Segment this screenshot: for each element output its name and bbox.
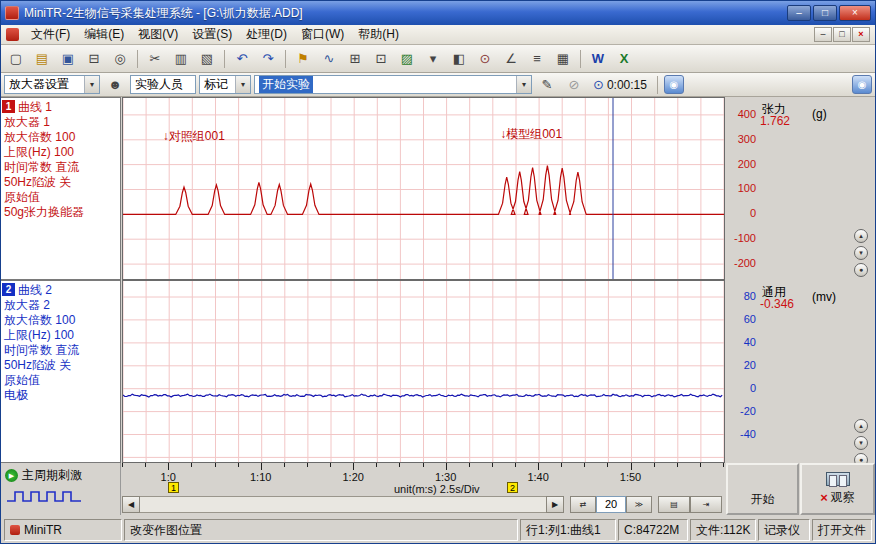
time-tick-minor	[122, 463, 123, 467]
table-tool-button[interactable]: ▦	[551, 48, 575, 70]
status-mode-cell: 记录仪	[758, 519, 810, 541]
save-button[interactable]: ▣	[56, 48, 80, 70]
channel-2-trace	[123, 281, 724, 462]
y-tick-label: 40	[726, 336, 756, 348]
panel-toggle-button[interactable]: ◉	[852, 75, 872, 94]
channel-1-auto-scale-button[interactable]: ●	[854, 263, 868, 277]
maximize-button[interactable]: □	[813, 5, 837, 21]
observe-button[interactable]: × 观察	[800, 463, 875, 515]
stimulus-waveform-icon[interactable]	[5, 488, 116, 507]
scroll-right-button[interactable]: ▶	[546, 496, 564, 513]
time-compress-button[interactable]: ≫	[626, 496, 652, 513]
channel-2-unit: (mv)	[812, 290, 836, 304]
menu-item[interactable]: 帮助(H)	[351, 24, 406, 45]
scroll-left-button[interactable]: ◀	[122, 496, 140, 513]
wave-tool-button[interactable]: ∿	[317, 48, 341, 70]
titlebar[interactable]: MiniTR-2生物信号采集处理系统 - [G:\抓力数据.ADD] – □ ×	[1, 1, 875, 25]
time-tick-minor	[215, 463, 216, 467]
channel-1-scale-up-button[interactable]: ▴	[854, 229, 868, 243]
time-tick-major	[261, 463, 262, 470]
measure-tool-button[interactable]: ∠	[499, 48, 523, 70]
grid-tool-button[interactable]: ⊞	[343, 48, 367, 70]
time-expand-button[interactable]: ⇄	[570, 496, 596, 513]
copy-button[interactable]: ▥	[169, 48, 193, 70]
right-control-strip: ▴▾●▴▾●	[847, 97, 876, 463]
mark-combo[interactable]: 标记 ▾	[199, 75, 251, 94]
cut-button[interactable]: ✂	[143, 48, 167, 70]
mark-erase-button[interactable]: ⊘	[562, 74, 586, 96]
experiment-selected-value: 开始实验	[259, 76, 313, 93]
image-tool-button[interactable]: ▨	[395, 48, 419, 70]
param-line: 放大倍数 100	[4, 130, 118, 145]
param-line: 50Hz陷波 关	[4, 358, 118, 373]
event-marker-2[interactable]: 2	[507, 482, 518, 493]
time-tick-major	[353, 463, 354, 470]
channel-2-scale-down-button[interactable]: ▾	[854, 436, 868, 450]
channel-1-settings-panel[interactable]: 1 曲线 1放大器 1放大倍数 100上限(Hz) 100时间常数 直流50Hz…	[1, 97, 121, 280]
print-button[interactable]: ⊟	[82, 48, 106, 70]
experimenter-button[interactable]: ☻	[103, 74, 127, 96]
mdi-minimize-button[interactable]: –	[814, 27, 832, 42]
event-marker-1[interactable]: 1	[168, 482, 179, 493]
menu-item[interactable]: 文件(F)	[24, 24, 77, 45]
calculator-tool-button[interactable]: ≡	[525, 48, 549, 70]
channel-1-trace: ↓对照组001↓模型组001	[123, 98, 724, 279]
param-line: 曲线 1	[4, 100, 118, 115]
chevron-down-icon[interactable]: ▾	[235, 76, 250, 93]
experimenter-field[interactable]: 实验人员	[130, 75, 196, 94]
amp-settings-combo[interactable]: 放大器设置 ▾	[4, 75, 100, 94]
mdi-restore-button[interactable]: □	[833, 27, 851, 42]
time-tick-minor	[561, 463, 562, 467]
channel-2-chart[interactable]	[122, 280, 725, 463]
timer-tool-button[interactable]: ⊙	[473, 48, 497, 70]
undo-button[interactable]: ↶	[230, 48, 254, 70]
channel-1-chart[interactable]: ↓对照组001↓模型组001	[122, 97, 725, 280]
channel-2-settings-panel[interactable]: 2 曲线 2放大器 2放大倍数 100上限(Hz) 100时间常数 直流50Hz…	[1, 280, 121, 463]
menu-item[interactable]: 窗口(W)	[294, 24, 351, 45]
close-button[interactable]: ×	[839, 5, 871, 21]
menu-item[interactable]: 设置(S)	[185, 24, 239, 45]
export-word-button[interactable]: W	[586, 48, 610, 70]
minimize-button[interactable]: –	[787, 5, 811, 21]
time-tick-minor	[307, 463, 308, 467]
channel-2-current-value: -0.346	[760, 297, 794, 311]
print-preview-button[interactable]: ◎	[108, 48, 132, 70]
monitor-tool-button[interactable]: ⊡	[369, 48, 393, 70]
y-tick-label: -100	[726, 232, 756, 244]
time-scrollbar-track[interactable]	[140, 496, 546, 513]
time-tick-minor	[376, 463, 377, 467]
jump-to-end-button[interactable]: ⇥	[690, 496, 722, 513]
start-button[interactable]: 开始	[726, 463, 799, 515]
mark-edit-button[interactable]: ✎	[535, 74, 559, 96]
toolbar-separator	[224, 50, 225, 68]
main-toolbar: ▢▤▣⊟◎✂▥▧↶↷⚑∿⊞⊡▨▾◧⊙∠≡▦WX	[1, 45, 875, 73]
experiment-select-combo[interactable]: 开始实验 ▾	[254, 75, 532, 94]
status-message-cell: 改变作图位置	[124, 519, 518, 541]
time-tick-label: 1:30	[435, 471, 456, 483]
redo-button[interactable]: ↷	[256, 48, 280, 70]
mark-tool-button[interactable]: ⚑	[291, 48, 315, 70]
chevron-down-icon[interactable]: ▾	[516, 76, 531, 93]
status-app-cell[interactable]: MiniTR	[4, 519, 122, 541]
mdi-child-icon	[6, 28, 19, 41]
menu-item[interactable]: 编辑(E)	[77, 24, 131, 45]
new-file-button[interactable]: ▢	[4, 48, 28, 70]
channel-2-scale-up-button[interactable]: ▴	[854, 419, 868, 433]
chevron-down-icon[interactable]: ▾	[84, 76, 99, 93]
image-dropdown-button[interactable]: ▾	[421, 48, 445, 70]
param-line: 曲线 2	[4, 283, 118, 298]
paste-button[interactable]: ▧	[195, 48, 219, 70]
param-line: 电极	[4, 388, 118, 403]
channel-setup-button[interactable]: ◉	[664, 75, 684, 94]
main-cycle-stimulus[interactable]: ▶ 主周期刺激	[5, 467, 116, 484]
menu-item[interactable]: 视图(V)	[131, 24, 185, 45]
menu-item[interactable]: 处理(D)	[239, 24, 294, 45]
export-excel-button[interactable]: X	[612, 48, 636, 70]
record-view-button[interactable]: ▤	[658, 496, 690, 513]
status-action-cell: 打开文件	[812, 519, 872, 541]
mdi-close-button[interactable]: ×	[852, 27, 870, 42]
sweep-speed-value[interactable]: 20	[596, 496, 626, 513]
channel-1-scale-down-button[interactable]: ▾	[854, 246, 868, 260]
open-file-button[interactable]: ▤	[30, 48, 54, 70]
overlay-tool-button[interactable]: ◧	[447, 48, 471, 70]
